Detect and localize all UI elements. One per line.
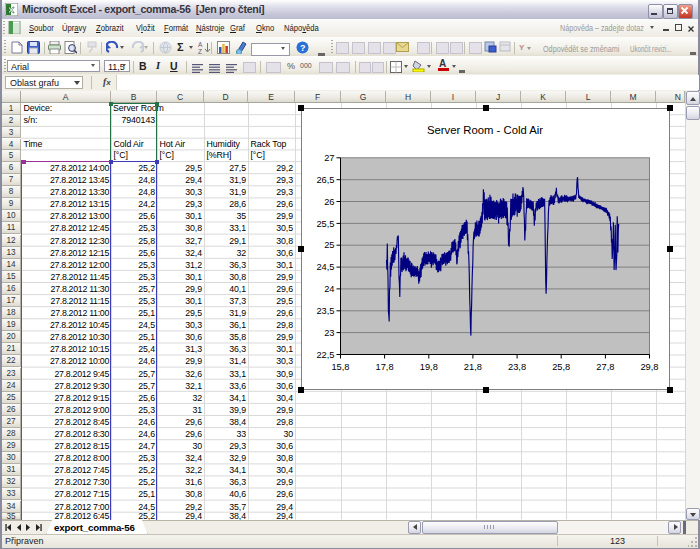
svg-text:22,5: 22,5: [316, 349, 334, 359]
svg-text:27: 27: [324, 153, 334, 163]
svg-text:29,8: 29,8: [640, 361, 658, 371]
svg-text:25,5: 25,5: [316, 218, 334, 228]
svg-text:23,5: 23,5: [316, 306, 334, 316]
svg-text:21,8: 21,8: [464, 361, 482, 371]
svg-text:24,5: 24,5: [316, 262, 334, 272]
svg-text:15,8: 15,8: [331, 361, 349, 371]
svg-text:24: 24: [324, 284, 334, 294]
svg-text:A: A: [198, 41, 203, 48]
svg-text:Z: Z: [198, 48, 202, 54]
svg-text:27,8: 27,8: [596, 361, 614, 371]
svg-text:Server Room - Cold Air: Server Room - Cold Air: [427, 124, 543, 136]
svg-text:25,8: 25,8: [552, 361, 570, 371]
svg-text:17,8: 17,8: [376, 361, 394, 371]
svg-text:26,5: 26,5: [316, 174, 334, 184]
svg-text:26: 26: [324, 196, 334, 206]
svg-text:?: ?: [300, 43, 306, 53]
svg-text:23,8: 23,8: [508, 361, 526, 371]
svg-text:19,8: 19,8: [420, 361, 438, 371]
svg-text:23: 23: [324, 327, 334, 337]
svg-text:25: 25: [324, 240, 334, 250]
